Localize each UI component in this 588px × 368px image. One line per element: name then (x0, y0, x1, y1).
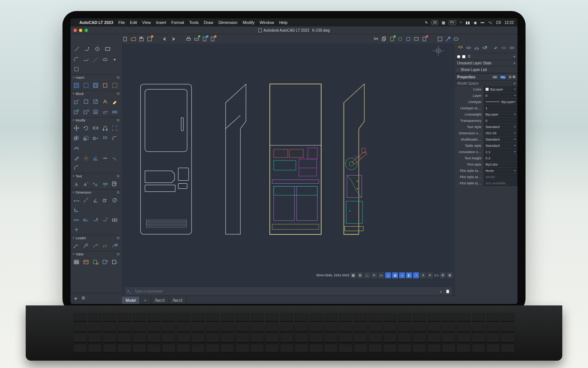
layer-iso-icon[interactable] (501, 45, 507, 52)
calc-icon[interactable]: ▦ (442, 21, 445, 25)
spell-check-icon[interactable]: ABC (101, 180, 109, 188)
base-point-icon[interactable] (101, 108, 109, 116)
section-text[interactable]: ▾Text⚙ (71, 173, 122, 179)
aligned-dim-icon[interactable] (82, 197, 90, 204)
trim-icon[interactable] (101, 124, 109, 132)
property-field[interactable]: ByLayer▾ (484, 86, 517, 92)
circle-icon[interactable] (93, 45, 101, 53)
redo-icon[interactable] (170, 36, 176, 42)
dim-style-icon[interactable] (92, 216, 99, 224)
wifi-icon[interactable]: ⌔ (460, 21, 462, 25)
tab-sheet2[interactable]: Лист2 (169, 297, 187, 304)
menu-view[interactable]: View (142, 20, 151, 25)
leader-collect-icon[interactable] (111, 242, 118, 250)
block-editor-icon[interactable] (405, 36, 412, 42)
list-palette-icon[interactable]: ≡ (82, 295, 85, 302)
property-field[interactable]: None▾ (484, 168, 517, 173)
snap-icon[interactable]: ⊞ (357, 272, 363, 278)
leader-remove-icon[interactable] (92, 242, 99, 250)
command-up-icon[interactable]: ▴ (440, 289, 442, 293)
share-icon[interactable] (445, 36, 451, 42)
polygon-icon[interactable] (73, 66, 80, 73)
selection-cycle-icon[interactable]: ⌖ (413, 272, 419, 278)
drawing-canvas[interactable]: 5544.0349, 2342.3343 ▦ ⊞ ∟ ✶ ▭ ⊿ ▣ ≡ ◧ ⌖… (122, 43, 455, 287)
props-popout-icon[interactable]: ⧉ (513, 75, 515, 79)
copy-icon[interactable] (381, 36, 387, 42)
property-field[interactable]: Standard▾ (484, 124, 517, 130)
paste-icon[interactable] (389, 36, 395, 42)
angular-dim-icon[interactable] (92, 197, 99, 204)
tab-sheet1[interactable]: Лист1 (151, 297, 169, 304)
spotlight-icon[interactable]: ••• (481, 21, 485, 25)
annotation-icon[interactable]: Ａ (420, 272, 426, 278)
dim-update-icon[interactable]: ⟳ (101, 216, 109, 224)
match-prop-icon[interactable] (397, 36, 404, 42)
saveas-icon[interactable] (146, 36, 153, 42)
hatch-icon[interactable] (73, 82, 80, 89)
table-icon[interactable] (73, 258, 80, 266)
layer-list-row[interactable]: ›Show Layer List (455, 67, 517, 73)
property-field[interactable]: 0 (484, 118, 517, 123)
scale-icon[interactable] (82, 135, 90, 142)
ordinate-dim-icon[interactable] (73, 206, 80, 213)
dyn-input-icon[interactable]: ▣ (392, 272, 398, 278)
menu-file[interactable]: File (118, 20, 125, 25)
break-icon[interactable] (101, 155, 109, 162)
menu-format[interactable]: Format (171, 20, 184, 25)
leader-add-icon[interactable] (82, 242, 90, 250)
menu-dimension[interactable]: Dimension (218, 20, 237, 25)
offset-icon[interactable] (73, 144, 80, 152)
quick-draw-icon[interactable]: ✎ (425, 21, 428, 25)
tab-model[interactable]: Model (122, 297, 140, 304)
block-count-icon[interactable] (111, 108, 118, 116)
stretch-icon[interactable] (92, 135, 99, 142)
otrack-icon[interactable]: ⊿ (385, 272, 391, 278)
xref-icon[interactable] (421, 36, 428, 42)
property-field[interactable]: Standard▾ (484, 143, 517, 148)
chamfer-icon[interactable] (73, 164, 80, 171)
section-hatch[interactable]: ▾Hatch⚙ (71, 74, 122, 80)
menu-help[interactable]: Help (279, 20, 288, 25)
page-setup-icon[interactable] (201, 36, 208, 42)
polyline-icon[interactable] (83, 45, 91, 53)
layer-state-row[interactable]: Unsaved Layer State▾ (455, 60, 517, 67)
rotate-icon[interactable] (82, 124, 90, 132)
attribute-icon[interactable] (101, 98, 109, 105)
customize-icon[interactable]: ✿ (447, 272, 453, 278)
command-input[interactable] (133, 289, 438, 294)
section-dimension[interactable]: ▾Dimension⚙ (71, 189, 122, 195)
lineweight-icon[interactable]: ≡ (399, 272, 405, 278)
open-icon[interactable] (130, 36, 137, 42)
align-icon[interactable] (92, 155, 99, 162)
add-palette-icon[interactable]: ＋ (73, 295, 79, 302)
workspace-icon[interactable]: ⚙ (440, 272, 446, 278)
osnap-icon[interactable]: ▭ (378, 272, 384, 278)
layer-color-row[interactable]: 0 ▾ (455, 53, 517, 60)
layer-off-icon[interactable] (465, 45, 472, 52)
props-filter-my[interactable]: My (500, 75, 506, 79)
property-field[interactable]: Standard▾ (484, 137, 517, 142)
center-mark-icon[interactable] (73, 226, 80, 233)
erase-icon[interactable] (73, 155, 80, 162)
table-style-icon[interactable] (82, 258, 90, 266)
anno-scale-icon[interactable]: ✦ (427, 272, 433, 278)
edit-block-icon[interactable] (92, 98, 99, 105)
xline-icon[interactable] (92, 56, 99, 63)
section-modify[interactable]: ▾Modify⚙ (71, 117, 122, 123)
find-text-icon[interactable]: PDF (111, 180, 118, 188)
menu-draw[interactable]: Draw (204, 20, 214, 25)
cloud-icon[interactable] (453, 36, 459, 42)
menu-edit[interactable]: Edit (130, 20, 137, 25)
publish-icon[interactable] (209, 36, 216, 42)
property-field[interactable]: ByLayer▾ (484, 112, 517, 117)
control-center-icon[interactable]: ⌥ (488, 21, 492, 25)
layer-lock-icon[interactable] (481, 45, 488, 52)
print-icon[interactable] (185, 36, 192, 42)
menu-modify[interactable]: Modify (243, 20, 254, 25)
command-line[interactable]: >_ ▴ 📋 (125, 287, 452, 295)
leader-align-icon[interactable] (101, 242, 109, 250)
mleader-icon[interactable] (73, 242, 80, 250)
diameter-dim-icon[interactable] (111, 197, 118, 204)
property-field[interactable]: 1:1▾ (484, 149, 517, 155)
sync-attributes-icon[interactable]: ⟳ (92, 108, 99, 116)
